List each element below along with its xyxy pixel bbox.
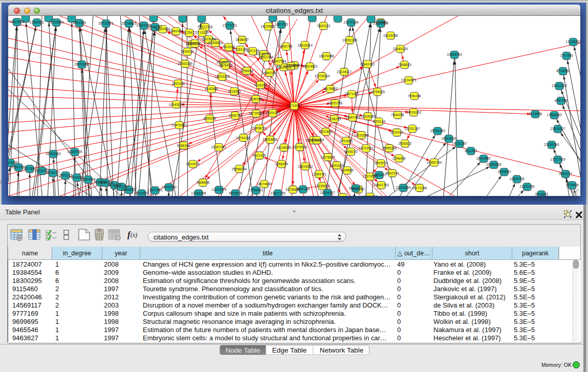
svg-text:4787789: 4787789 [554,99,568,102]
svg-text:14229661: 14229661 [260,25,276,28]
svg-text:10052166: 10052166 [342,38,358,42]
svg-text:1658697: 1658697 [235,38,249,41]
svg-text:1566750: 1566750 [229,114,242,117]
svg-text:10848784: 10848784 [447,53,462,56]
svg-text:12077991: 12077991 [147,188,163,192]
svg-text:12994771: 12994771 [312,172,327,176]
svg-text:24292026: 24292026 [98,181,113,184]
svg-text:9584237: 9584237 [559,172,572,176]
svg-text:17138232: 17138232 [565,40,580,43]
svg-text:17335079: 17335079 [315,184,330,188]
svg-text:25558294: 25558294 [232,167,247,171]
svg-text:24641763: 24641763 [374,183,389,187]
svg-text:18074690: 18074690 [257,182,272,186]
svg-text:2298438: 2298438 [393,157,406,160]
svg-text:9118260: 9118260 [254,83,268,87]
svg-text:15781482: 15781482 [430,129,445,133]
svg-text:25732573: 25732573 [98,21,114,25]
svg-text:3215958: 3215958 [529,112,542,116]
svg-text:10943009: 10943009 [169,103,184,106]
svg-text:2125477: 2125477 [183,31,196,34]
svg-text:18724007: 18724007 [287,104,302,107]
svg-text:24723521: 24723521 [359,146,374,150]
svg-text:3009689: 3009689 [340,168,354,172]
svg-text:3356309: 3356309 [275,162,288,166]
svg-text:23228117: 23228117 [337,70,352,74]
svg-text:9562374: 9562374 [386,171,399,175]
svg-text:4909359: 4909359 [203,117,216,120]
svg-text:26053346: 26053346 [74,62,90,66]
svg-text:19497475: 19497475 [345,116,360,119]
svg-text:19161397: 19161397 [452,142,467,145]
svg-text:7660223: 7660223 [317,24,330,28]
svg-text:5757855: 5757855 [319,130,333,134]
svg-text:21527195: 21527195 [270,191,286,195]
svg-text:(x): (x) [130,231,137,238]
svg-text:21479382: 21479382 [171,123,187,127]
svg-text:11700659: 11700659 [284,64,298,68]
svg-text:10761081: 10761081 [236,136,251,140]
svg-text:2196308: 2196308 [249,97,263,101]
svg-text:3430416: 3430416 [181,50,194,53]
svg-text:3811264: 3811264 [464,149,477,152]
svg-text:11442462: 11442462 [360,62,375,66]
svg-text:21970196: 21970196 [343,20,359,24]
svg-text:1713339: 1713339 [195,31,209,34]
svg-text:23221934: 23221934 [373,21,388,25]
svg-text:25729800: 25729800 [49,20,64,24]
svg-text:16523026: 16523026 [441,137,456,140]
svg-text:5346790: 5346790 [148,25,162,29]
svg-text:25663787: 25663787 [114,185,129,188]
svg-text:17774721: 17774721 [222,24,237,27]
svg-text:24432223: 24432223 [552,84,567,87]
svg-text:8724956: 8724956 [556,69,570,73]
svg-text:10870088: 10870088 [319,54,334,58]
svg-text:13346398: 13346398 [191,191,206,195]
svg-text:23754501: 23754501 [248,188,264,192]
svg-text:25434574: 25434574 [134,191,149,195]
svg-text:1487630: 1487630 [275,23,288,26]
svg-text:12493207: 12493207 [372,173,387,177]
svg-text:4621426: 4621426 [253,154,266,157]
svg-text:11462429: 11462429 [169,29,184,33]
svg-text:11409758: 11409758 [510,177,525,181]
svg-text:9666356: 9666356 [177,144,190,147]
svg-text:24193547: 24193547 [354,134,369,137]
svg-text:19323919: 19323919 [9,20,25,24]
svg-text:6691071: 6691071 [349,186,362,190]
svg-text:21483129: 21483129 [393,47,408,51]
svg-text:13723049: 13723049 [8,161,18,164]
svg-text:7797269: 7797269 [296,187,310,191]
svg-text:5583730: 5583730 [188,41,202,45]
svg-text:13340511: 13340511 [30,20,45,24]
svg-text:25734625: 25734625 [121,21,137,25]
svg-text:11429096: 11429096 [383,34,398,37]
svg-text:17317429: 17317429 [550,158,565,161]
svg-text:3943805: 3943805 [535,192,548,196]
svg-text:16624623: 16624623 [302,64,318,68]
svg-text:1018285: 1018285 [228,90,241,93]
svg-text:3791845: 3791845 [339,139,353,143]
svg-text:5805678: 5805678 [229,191,242,195]
svg-text:23145589: 23145589 [396,186,411,189]
svg-text:2755654: 2755654 [240,69,253,73]
svg-text:14026163: 14026163 [406,111,422,114]
svg-text:21601039: 21601039 [328,101,343,105]
svg-text:7368653: 7368653 [398,63,411,67]
svg-text:1600429: 1600429 [330,164,343,167]
svg-text:4158259: 4158259 [328,117,341,121]
svg-text:15955395: 15955395 [382,146,397,150]
svg-text:2590532: 2590532 [399,142,412,145]
svg-text:18264805: 18264805 [486,163,502,166]
svg-text:20553335: 20553335 [178,62,193,65]
svg-text:12105340: 12105340 [360,115,376,118]
svg-text:21908721: 21908721 [252,126,267,130]
svg-text:3492456: 3492456 [171,82,185,85]
svg-text:15300215: 15300215 [265,111,280,115]
svg-text:16359735: 16359735 [67,150,82,154]
svg-text:20709364: 20709364 [315,74,330,78]
svg-text:18404587: 18404587 [476,157,491,160]
svg-text:19384554: 19384554 [309,138,324,142]
svg-text:18729533: 18729533 [249,112,264,115]
svg-text:22971497: 22971497 [344,92,360,96]
